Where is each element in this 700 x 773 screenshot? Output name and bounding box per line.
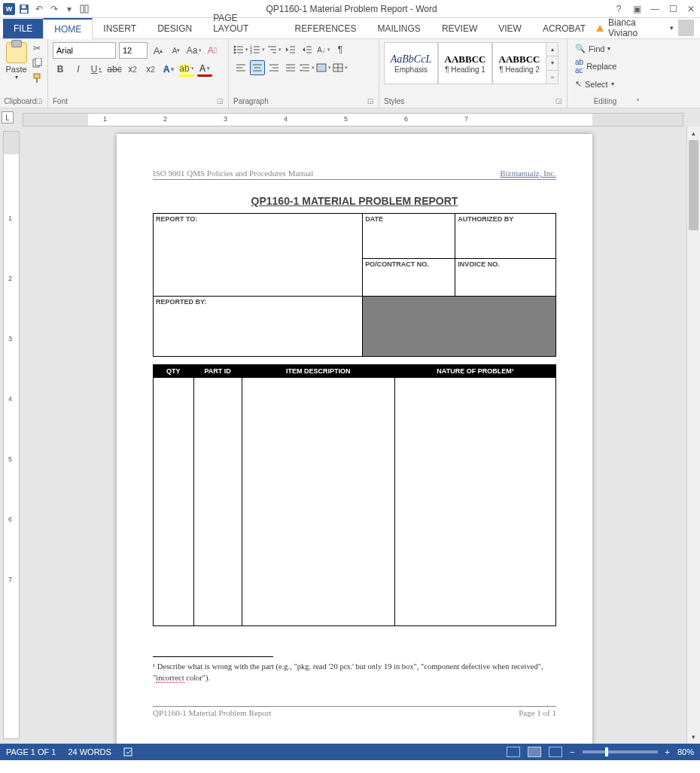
select-button[interactable]: ↖Select▾: [572, 78, 638, 90]
svg-rect-53: [124, 748, 132, 756]
font-size-select[interactable]: [119, 42, 148, 59]
highlight-icon[interactable]: ab: [179, 62, 194, 77]
align-right-icon[interactable]: [266, 60, 282, 75]
maximize-icon[interactable]: ☐: [667, 3, 679, 15]
svg-point-11: [234, 49, 236, 51]
save-icon[interactable]: [18, 3, 30, 15]
strike-button[interactable]: abc: [107, 62, 122, 77]
vertical-scrollbar[interactable]: ▴ ▾: [686, 126, 700, 744]
change-case-icon[interactable]: Aa: [187, 43, 202, 58]
ribbon: Paste ▾ ✂ Clipboard◲ A▴ A▾ Aa A⃠ B: [0, 39, 700, 108]
style-heading1[interactable]: AABBCC ¶ Heading 1: [438, 42, 492, 84]
show-marks-icon[interactable]: ¶: [333, 42, 348, 57]
view-read-icon[interactable]: [507, 747, 520, 757]
subscript-button[interactable]: x2: [125, 62, 140, 77]
italic-button[interactable]: I: [71, 62, 86, 77]
cut-icon[interactable]: ✂: [31, 42, 43, 54]
multilevel-icon[interactable]: [266, 42, 282, 57]
clipboard-label: Clipboard: [5, 97, 37, 105]
paragraph-dialog-icon[interactable]: ◲: [367, 97, 374, 105]
field-report-to: REPORT TO:: [156, 215, 197, 223]
undo-icon[interactable]: ↶: [33, 3, 45, 15]
group-font: A▴ A▾ Aa A⃠ B I U abc x2 x2 A ab A Font◲: [48, 39, 229, 108]
user-name[interactable]: Bianca Viviano: [608, 17, 665, 38]
sort-icon[interactable]: A↓: [316, 42, 331, 57]
scroll-up-icon[interactable]: ▴: [687, 126, 700, 140]
line-spacing-icon[interactable]: [300, 60, 315, 75]
bullets-icon[interactable]: [233, 42, 248, 57]
align-center-icon[interactable]: [250, 60, 265, 75]
styles-gallery-arrows[interactable]: ▴▾＝: [546, 42, 558, 84]
horizontal-ruler[interactable]: 1 2 3 4 5 6 7: [23, 113, 683, 126]
style-heading2[interactable]: AABBCC ¶ Heading 2: [492, 42, 546, 84]
copy-icon[interactable]: [31, 57, 43, 69]
tab-acrobat[interactable]: ACROBAT: [532, 19, 596, 38]
underline-button[interactable]: U: [89, 62, 104, 77]
vertical-ruler[interactable]: 1 2 3 4 5 6 7: [3, 131, 20, 739]
page[interactable]: ISO 9001 QMS Policies and Procedures Man…: [117, 134, 592, 744]
clear-format-icon[interactable]: A⃠: [205, 43, 220, 58]
touch-mode-icon[interactable]: [78, 3, 90, 15]
quick-access-icon[interactable]: ▾: [63, 3, 75, 15]
document-canvas[interactable]: ISO 9001 QMS Policies and Procedures Man…: [23, 126, 686, 744]
zoom-out-icon[interactable]: −: [570, 747, 574, 756]
status-words[interactable]: 24 WORDS: [68, 747, 111, 756]
tab-insert[interactable]: INSERT: [93, 19, 147, 38]
zoom-slider[interactable]: [583, 750, 658, 753]
indent-decrease-icon[interactable]: [283, 42, 298, 57]
ribbon-display-icon[interactable]: ▣: [631, 3, 643, 15]
font-name-select[interactable]: [53, 42, 116, 59]
tab-design[interactable]: DESIGN: [147, 19, 202, 38]
footnote: ¹ Describe what is wrong with the part (…: [153, 662, 556, 683]
close-icon[interactable]: ✕: [685, 3, 697, 15]
borders-icon[interactable]: [333, 60, 348, 75]
status-page[interactable]: PAGE 1 OF 1: [6, 747, 56, 756]
numbering-icon[interactable]: 123: [250, 42, 265, 57]
format-painter-icon[interactable]: [31, 72, 43, 84]
user-avatar[interactable]: [678, 20, 694, 36]
align-left-icon[interactable]: [233, 60, 248, 75]
zoom-in-icon[interactable]: +: [665, 747, 670, 756]
view-web-icon[interactable]: [549, 747, 562, 757]
footer-right: Page 1 of 1: [519, 708, 556, 717]
tab-references[interactable]: REFERENCES: [285, 19, 367, 38]
clipboard-dialog-icon[interactable]: ◲: [36, 97, 43, 105]
tab-home[interactable]: HOME: [43, 18, 93, 39]
font-dialog-icon[interactable]: ◲: [217, 97, 224, 105]
grow-font-icon[interactable]: A▴: [151, 43, 166, 58]
help-icon[interactable]: ?: [613, 3, 625, 15]
indent-increase-icon[interactable]: [300, 42, 315, 57]
collapse-ribbon-icon[interactable]: ˄: [636, 98, 640, 106]
word-app-icon: W: [3, 3, 15, 15]
scroll-thumb[interactable]: [689, 140, 698, 230]
text-effects-icon[interactable]: A: [161, 62, 176, 77]
paste-button[interactable]: Paste ▾: [5, 42, 28, 81]
find-button[interactable]: 🔍Find▾: [572, 42, 638, 55]
view-print-icon[interactable]: [528, 747, 541, 757]
field-reported-by: REPORTED BY:: [156, 298, 206, 306]
tab-selector[interactable]: L: [2, 111, 14, 123]
replace-button[interactable]: abacReplace: [572, 56, 638, 76]
minimize-icon[interactable]: —: [649, 3, 661, 15]
editing-label: Editing: [594, 97, 617, 105]
tab-pagelayout[interactable]: PAGE LAYOUT: [202, 8, 284, 38]
superscript-button[interactable]: x2: [143, 62, 158, 77]
scroll-down-icon[interactable]: ▾: [687, 730, 700, 744]
tab-view[interactable]: VIEW: [488, 19, 532, 38]
align-justify-icon[interactable]: [283, 60, 298, 75]
redo-icon[interactable]: ↷: [48, 3, 60, 15]
bold-button[interactable]: B: [53, 62, 68, 77]
proofing-icon[interactable]: [123, 747, 135, 757]
tab-review[interactable]: REVIEW: [431, 19, 488, 38]
tab-mailings[interactable]: MAILINGS: [367, 19, 431, 38]
tab-file[interactable]: FILE: [3, 19, 43, 38]
svg-rect-4: [85, 5, 88, 13]
styles-dialog-icon[interactable]: ◲: [555, 97, 562, 105]
font-color-icon[interactable]: A: [197, 62, 212, 77]
shrink-font-icon[interactable]: A▾: [169, 43, 184, 58]
style-emphasis[interactable]: AaBbCcL Emphasis: [384, 42, 438, 84]
col-partid: PART ID: [193, 365, 242, 378]
zoom-level[interactable]: 80%: [677, 747, 694, 756]
shading-icon[interactable]: [316, 60, 331, 75]
svg-text:3: 3: [250, 50, 252, 54]
